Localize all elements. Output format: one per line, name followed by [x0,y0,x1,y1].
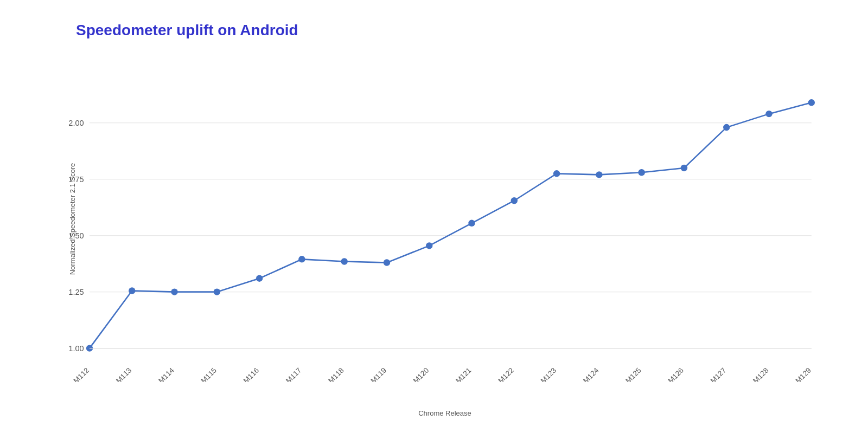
svg-text:M128: M128 [751,366,770,382]
svg-point-40 [723,124,730,131]
svg-text:M124: M124 [582,366,601,382]
svg-point-16 [214,288,220,295]
svg-point-34 [596,171,602,178]
svg-text:M116: M116 [242,366,260,382]
svg-text:M115: M115 [199,366,218,382]
svg-point-42 [765,111,772,117]
svg-text:1.00: 1.00 [68,344,84,353]
svg-text:M121: M121 [454,366,473,382]
svg-text:M123: M123 [539,366,558,382]
x-axis-label: Chrome Release [418,409,471,417]
svg-point-32 [553,170,560,177]
svg-point-44 [808,99,815,106]
svg-point-12 [129,287,135,294]
svg-point-20 [298,256,305,262]
y-axis-label: Normalized Speedometer 2.1 Score [68,163,76,275]
svg-text:M120: M120 [412,366,430,382]
svg-point-14 [171,288,177,295]
svg-text:M122: M122 [496,366,515,382]
svg-point-30 [511,197,518,204]
svg-point-36 [638,169,644,176]
svg-text:M126: M126 [667,366,685,382]
chart-title: Speedometer uplift on Android [76,22,835,39]
svg-text:M113: M113 [114,366,133,382]
svg-text:M129: M129 [794,366,812,382]
svg-point-26 [426,242,432,249]
svg-point-22 [341,258,347,264]
svg-text:M118: M118 [327,366,345,382]
svg-point-24 [384,259,390,266]
chart-svg: 1.001.251.501.752.00M112M113M114M115M116… [54,55,835,382]
svg-text:M119: M119 [369,366,388,382]
svg-text:M127: M127 [709,366,727,382]
svg-text:M112: M112 [72,366,91,382]
svg-point-38 [681,165,687,171]
svg-point-28 [468,220,475,227]
svg-text:M114: M114 [157,366,176,382]
svg-text:1.25: 1.25 [68,288,84,296]
svg-text:2.00: 2.00 [68,119,84,127]
svg-text:M117: M117 [284,366,303,382]
chart-container: Speedometer uplift on Android Normalized… [0,0,868,446]
svg-text:M125: M125 [624,366,642,382]
svg-point-18 [256,275,263,281]
chart-area: Normalized Speedometer 2.1 Score Chrome … [54,55,835,382]
